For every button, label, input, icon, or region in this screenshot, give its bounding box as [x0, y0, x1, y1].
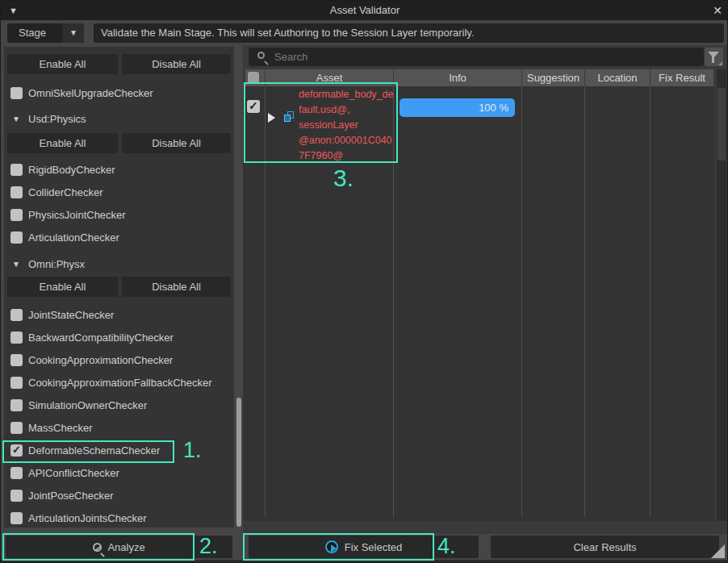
section-omni-physx[interactable]: ▼ Omni:Physx — [4, 253, 232, 276]
analyze-button[interactable]: Analyze — [6, 536, 232, 558]
checker-label: CookingApproximationChecker — [28, 349, 173, 372]
disable-all-button[interactable]: Disable All — [122, 54, 231, 74]
checker-label: APIConflictChecker — [28, 462, 119, 485]
checker-label: ColliderChecker — [28, 181, 103, 204]
column-divider — [521, 86, 522, 517]
checkbox[interactable] — [10, 354, 23, 366]
asset-path-text: deformable_body_de fault.usd@, sessionLa… — [299, 87, 395, 164]
checkbox[interactable] — [10, 490, 23, 502]
checker-label: RigidBodyChecker — [28, 159, 115, 181]
search-field[interactable] — [249, 48, 704, 66]
checker-list-panel: Enable All Disable All OmniSkelUpgradeCh… — [4, 47, 243, 528]
checker-row: CookingApproximationChecker — [4, 349, 232, 372]
column-header-location[interactable]: Location — [585, 69, 650, 86]
window-bottom-edge — [1, 560, 728, 563]
checker-row: RigidBodyChecker — [4, 159, 232, 181]
checkbox[interactable] — [10, 512, 23, 524]
section-usd-physics[interactable]: ▼ Usd:Physics — [4, 108, 232, 131]
checker-row: JointStateChecker — [4, 304, 232, 327]
column-divider — [584, 86, 585, 517]
resize-grip[interactable] — [711, 544, 725, 558]
enable-all-button[interactable]: Enable All — [7, 277, 118, 297]
checker-label: ArticulationJointsChecker — [28, 507, 147, 530]
checker-row: BackwardCompatibilityChecker — [4, 327, 232, 349]
column-header-fix-result[interactable]: Fix Result — [651, 69, 713, 86]
checkbox-checked[interactable] — [10, 444, 23, 457]
enable-all-button[interactable]: Enable All — [7, 54, 118, 74]
left-scrollbar-thumb[interactable] — [236, 398, 241, 527]
checker-row: MassChecker — [4, 417, 232, 440]
checker-row: ColliderChecker — [4, 181, 232, 204]
checker-row-deformable-schema: DeformableSchemaChecker — [4, 440, 232, 462]
close-icon[interactable]: ✕ — [713, 1, 722, 20]
collapse-caret-icon[interactable]: ▼ — [12, 108, 20, 131]
omni-physx-enable-disable-row: Enable All Disable All — [4, 277, 234, 297]
usd-physics-enable-disable-row: Enable All Disable All — [4, 133, 234, 153]
checker-row: CookingApproximationFallbackChecker — [4, 372, 232, 394]
fix-selected-button[interactable]: Fix Selected — [249, 536, 479, 558]
checker-label: ArticulationChecker — [28, 227, 119, 249]
checkbox[interactable] — [10, 231, 23, 244]
checker-label: DeformableSchemaChecker — [28, 440, 160, 462]
checker-label: SimulationOwnerChecker — [28, 394, 147, 417]
column-header-asset[interactable]: Asset — [266, 69, 393, 86]
filter-corner-notch — [718, 61, 722, 65]
expand-caret-icon[interactable] — [268, 113, 275, 123]
section-label: Omni:Physx — [28, 253, 85, 276]
column-header-info[interactable]: Info — [394, 69, 521, 86]
select-all-checkbox[interactable] — [248, 72, 259, 83]
results-scrollbar-track — [717, 69, 726, 521]
checker-row: OmniSkelUpgradeChecker — [4, 82, 232, 105]
collapse-caret-icon[interactable]: ▼ — [12, 253, 20, 276]
clear-results-label: Clear Results — [573, 541, 636, 553]
stage-dropdown[interactable]: Stage ▼ — [7, 23, 84, 43]
checkbox[interactable] — [10, 399, 23, 411]
filter-button[interactable] — [705, 48, 723, 66]
checker-row: JointPoseChecker — [4, 485, 232, 507]
checker-label: JointStateChecker — [28, 304, 114, 327]
filter-funnel-icon — [708, 52, 719, 58]
checkbox[interactable] — [10, 209, 23, 221]
play-circle-icon — [325, 540, 338, 553]
analyze-label: Analyze — [107, 541, 144, 553]
column-divider — [265, 86, 266, 517]
checkbox[interactable] — [10, 377, 23, 389]
stage-dropdown-value: Stage — [19, 23, 46, 43]
progress-bar: 100 % — [400, 98, 515, 117]
checkbox[interactable] — [10, 422, 23, 434]
disable-all-button[interactable]: Disable All — [122, 277, 231, 297]
title-bar: ▼ Asset Validator ✕ — [1, 1, 728, 20]
usd-layer-icon — [284, 111, 295, 123]
analyze-magnifier-icon — [93, 543, 102, 552]
header-select-all-cell — [245, 69, 265, 86]
checker-row: SimulationOwnerChecker — [4, 394, 232, 417]
checkbox[interactable] — [10, 467, 23, 479]
results-panel: Asset Info Suggestion Location Fix Resul… — [243, 45, 727, 534]
checker-row: ArticulationChecker — [4, 227, 232, 249]
results-scrollbar-thumb[interactable] — [718, 88, 726, 161]
checkbox[interactable] — [10, 186, 23, 198]
asset-validator-window: ▼ Asset Validator ✕ Stage ▼ Validate the… — [0, 0, 728, 563]
checkbox[interactable] — [10, 164, 23, 176]
result-row-checkbox[interactable] — [247, 100, 260, 113]
search-icon — [257, 52, 265, 59]
search-input[interactable] — [273, 48, 692, 66]
chevron-down-icon[interactable]: ▼ — [63, 23, 84, 43]
checkbox[interactable] — [10, 309, 23, 321]
fix-selected-label: Fix Selected — [345, 541, 403, 553]
validation-description: Validate the Main Stage. This will set A… — [94, 23, 724, 43]
column-divider — [650, 86, 651, 517]
checkbox[interactable] — [10, 332, 23, 344]
checker-label: JointPoseChecker — [28, 485, 114, 507]
enable-all-button[interactable]: Enable All — [7, 133, 118, 153]
checker-label: BackwardCompatibilityChecker — [28, 327, 174, 349]
checker-label: OmniSkelUpgradeChecker — [28, 82, 153, 105]
clear-results-button[interactable]: Clear Results — [491, 536, 719, 558]
checkbox[interactable] — [10, 87, 23, 99]
disable-all-button[interactable]: Disable All — [122, 133, 231, 153]
section-label: Usd:Physics — [28, 108, 86, 131]
window-title: Asset Validator — [1, 1, 728, 20]
column-header-suggestion[interactable]: Suggestion — [522, 69, 584, 86]
checker-row: APIConflictChecker — [4, 462, 232, 485]
checker-row: ArticulationJointsChecker — [4, 507, 232, 530]
